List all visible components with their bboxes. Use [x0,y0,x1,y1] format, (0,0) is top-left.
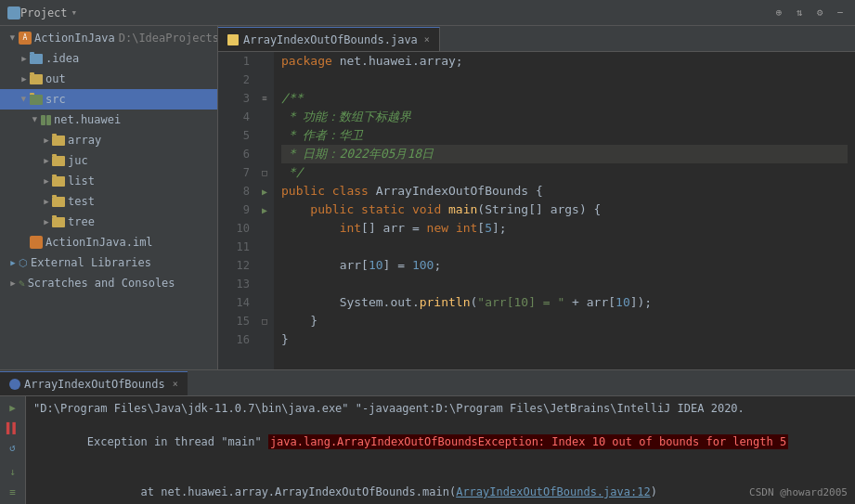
editor-tab-active[interactable]: ArrayIndexOutOfBounds.java × [218,27,440,51]
project-tree: ▶ A ActionInJava D:\IdeaProjects\Ac ▶ .i… [0,26,217,369]
tab-close-icon[interactable]: × [424,34,430,45]
run-tab-active[interactable]: ArrayIndexOutOfBounds × [0,371,188,395]
run-tab-close[interactable]: × [173,379,178,389]
line-num-8: 8 [218,182,255,200]
code-line-8: public class ArrayIndexOutOfBounds { [281,182,848,200]
top-bar-title: Project [20,6,68,19]
gutter-14 [255,293,274,312]
folder-icon-test [52,197,65,207]
tree-label-juc: juc [68,154,88,167]
line-num-15: 15 [218,312,255,330]
settings-icon[interactable]: ⚙ [812,6,827,20]
code-line-16: } [281,330,848,349]
tree-item-array[interactable]: ▶ array [0,130,217,150]
code-content: package net.huawei.array; /** * 功能：数组下标越… [274,52,855,369]
tree-item-src[interactable]: ▶ src [0,89,217,110]
tree-arrow-scratches: ▶ [7,278,19,289]
code-line-10: int[] arr = new int[5]; [281,219,848,238]
tree-label-test: test [68,195,95,208]
tree-item-actioninjava[interactable]: ▶ A ActionInJava D:\IdeaProjects\Ac [0,28,217,48]
line-num-3: 3 [218,89,255,108]
line-num-7: 7 [218,163,255,182]
line-num-14: 14 [218,293,255,312]
tree-item-list[interactable]: ▶ list [0,171,217,191]
tree-item-juc[interactable]: ▶ juc [0,150,217,171]
ext-lib-icon: ⬡ [19,257,28,269]
tree-label-list: list [68,174,95,187]
run-error-prefix: Exception in thread "main" [87,435,268,448]
gutter-1 [255,52,274,71]
tree-label-tree: tree [68,215,95,228]
tree-item-iml[interactable]: ActionInJava.iml [0,232,217,252]
fold-icon[interactable]: □ [262,168,266,177]
run-arrow-8[interactable]: ▶ [262,187,267,197]
tree-label-src: src [45,93,66,106]
gutter-11 [255,238,274,256]
editor-area: ArrayIndexOutOfBounds.java × 1 2 3 4 5 6… [218,26,855,369]
tab-label: ArrayIndexOutOfBounds.java [243,33,418,46]
fold-icon-15[interactable]: □ [262,317,266,326]
gutter-8: ▶ [255,182,274,200]
tree-arrow-tree: ▶ [41,216,52,227]
run-output: "D:\Program Files\Java\jdk-11.0.7\bin\ja… [26,396,855,504]
code-line-11 [281,238,848,256]
run-play-btn[interactable]: ▶ [4,400,22,417]
run-output-line-3: at net.huawei.array.ArrayIndexOutOfBound… [33,467,848,504]
tree-item-net-huawei[interactable]: ▶ net.huawei [0,110,217,130]
line-num-11: 11 [218,238,255,256]
run-tab-bar: ArrayIndexOutOfBounds × [0,370,855,396]
tree-arrow-ext-lib: ▶ [7,257,19,268]
run-body: ▶ ▌▌ ↺ ↓ ≡ "D:\Program Files\Java\jdk-11… [0,396,855,504]
tree-item-test[interactable]: ▶ test [0,191,217,212]
gutter-7: □ [255,163,274,182]
run-arrow-9[interactable]: ▶ [262,205,267,215]
gutter: ≡ □ ▶ ▶ □ [255,52,274,369]
run-scroll-down-btn[interactable]: ↓ [4,464,22,481]
tree-label-scratches: Scratches and Consoles [28,277,175,290]
code-line-15: } [281,312,848,330]
tree-label-idea: .idea [45,52,79,65]
run-error-highlight: java.lang.ArrayIndexOutOfBoundsException… [268,434,788,449]
top-bar-menu[interactable]: ▾ [71,6,78,19]
sync-icon[interactable]: ⇅ [792,6,807,20]
gutter-13 [255,275,274,293]
add-content-icon[interactable]: ⊕ [771,6,786,20]
tree-arrow-idea: ▶ [19,53,30,64]
run-rerun-btn[interactable]: ↺ [4,440,22,457]
main-area: ▶ A ActionInJava D:\IdeaProjects\Ac ▶ .i… [0,26,855,369]
tree-label-net-huawei: net.huawei [54,113,121,126]
gutter-9: ▶ [255,200,274,219]
tree-arrow-test: ▶ [41,196,52,207]
code-line-1: package net.huawei.array; [281,52,848,71]
line-numbers: 1 2 3 4 5 6 7 8 9 10 11 12 13 14 15 16 [218,52,255,369]
folder-icon-juc [52,156,65,166]
run-link[interactable]: ArrayIndexOutOfBounds.java:12 [456,485,651,498]
code-line-3: /** [281,89,848,108]
tree-arrow-src: ▶ [19,94,30,105]
line-num-1: 1 [218,52,255,71]
run-output-line-2: Exception in thread "main" java.lang.Arr… [33,417,848,467]
gutter-4 [255,108,274,126]
folder-icon-tree [52,217,65,227]
watermark: CSDN @howard2005 [749,486,848,498]
code-editor[interactable]: 1 2 3 4 5 6 7 8 9 10 11 12 13 14 15 16 [218,52,855,369]
run-tab-icon [9,379,20,390]
tree-item-scratches[interactable]: ▶ ✎ Scratches and Consoles [0,273,217,293]
run-stop-btn[interactable]: ▌▌ [4,420,22,437]
run-at-prefix: at net.huawei.array.ArrayIndexOutOfBound… [87,485,456,498]
gutter-10 [255,219,274,238]
bottom-panel: ArrayIndexOutOfBounds × ▶ ▌▌ ↺ ↓ ≡ "D:\P… [0,369,855,504]
run-tab-label: ArrayIndexOutOfBounds [24,378,165,391]
line-num-16: 16 [218,330,255,349]
tab-bar: ArrayIndexOutOfBounds.java × [218,26,855,52]
tree-item-tree[interactable]: ▶ tree [0,212,217,232]
line-num-5: 5 [218,126,255,145]
tree-item-out[interactable]: ▶ out [0,69,217,89]
tree-item-idea[interactable]: ▶ .idea [0,48,217,69]
run-filter-btn[interactable]: ≡ [4,484,22,500]
gutter-3: ≡ [255,89,274,108]
tree-item-ext-lib[interactable]: ▶ ⬡ External Libraries [0,252,217,273]
folder-icon-list [52,176,65,187]
tree-arrow-list: ▶ [41,175,52,187]
minimize-icon[interactable]: − [833,6,848,20]
